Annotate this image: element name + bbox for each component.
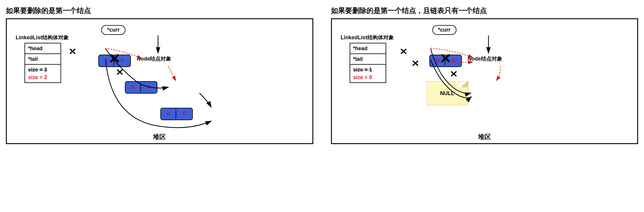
curr-pointer-right: *curr — [432, 25, 456, 35]
x-p-arrow: ✕ — [116, 67, 124, 77]
size-field: size = 3 size = 2 — [25, 65, 61, 82]
struct-label-left: LinkedList结构体对象 — [16, 34, 69, 41]
tail-field: *tail — [25, 54, 61, 65]
null-box: NULL — [426, 81, 468, 105]
linkedlist-struct-left: *head *tail size = 3 size = 2 — [25, 43, 61, 83]
x-head-arrow: ✕ — [69, 46, 77, 57]
head-field: *head — [350, 43, 386, 54]
node-label-right: Node结点对象 — [468, 55, 502, 62]
size-new: size = 0 — [353, 74, 383, 81]
node-label-left: Node结点对象 — [137, 55, 171, 62]
node-d: D — [126, 82, 141, 92]
size-field: size = 1 size = 0 — [350, 65, 386, 82]
heap-label-left: 堆区 — [153, 133, 166, 141]
node-p: P — [142, 82, 156, 92]
x-tail-arrow-r: ✕ — [411, 58, 419, 69]
size-old: size = 3 — [28, 66, 58, 74]
title-left: 如果要删除的是第一个结点 — [6, 6, 313, 15]
x-node1-right: ✕ — [439, 50, 452, 66]
linkedlist-struct-right: *head *tail size = 1 size = 0 — [350, 43, 386, 83]
struct-label-right: LinkedList结构体对象 — [341, 34, 394, 41]
node3-left: D P — [160, 108, 193, 120]
tail-field: *tail — [350, 54, 386, 65]
heap-box-right: LinkedList结构体对象 *head *tail size = 1 siz… — [331, 18, 638, 144]
size-old: size = 1 — [353, 66, 383, 74]
node-d: D — [162, 109, 176, 119]
panel-left: 如果要删除的是第一个结点 LinkedList结构体对象 *head *tail… — [6, 6, 313, 144]
x-head-arrow-r: ✕ — [399, 46, 407, 57]
node2-left: D P — [125, 81, 157, 94]
panel-right: 如果要删除的是第一个结点，且链表只有一个结点 LinkedList结构体对象 *… — [331, 6, 638, 144]
title-right: 如果要删除的是第一个结点，且链表只有一个结点 — [331, 6, 638, 15]
size-new: size = 2 — [28, 74, 58, 81]
head-field: *head — [25, 43, 61, 54]
x-node1: ✕ — [108, 50, 121, 66]
heap-label-right: 堆区 — [478, 133, 491, 141]
x-p-null-r: ✕ — [449, 69, 458, 79]
heap-box-left: LinkedList结构体对象 *head *tail size = 3 siz… — [6, 18, 313, 144]
node-p: P — [177, 109, 192, 119]
curr-pointer-left: *curr — [101, 25, 125, 35]
